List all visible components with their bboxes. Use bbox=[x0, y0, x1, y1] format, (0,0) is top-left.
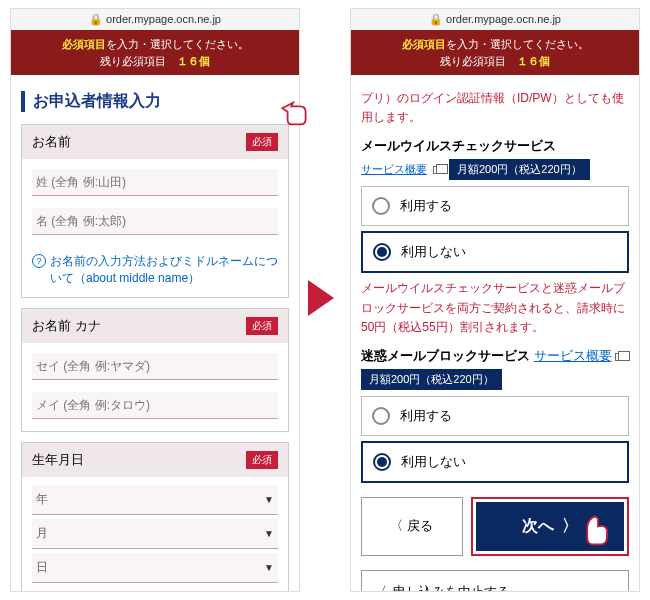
name-help-link[interactable]: ?お名前の入力方法およびミドルネームについて（about middle name… bbox=[22, 247, 288, 297]
chevron-down-icon: ▼ bbox=[264, 494, 274, 505]
radio-icon bbox=[372, 197, 390, 215]
pointer-hand-icon bbox=[275, 92, 311, 128]
required-badge: 必須 bbox=[246, 317, 278, 335]
external-icon bbox=[433, 166, 443, 174]
discount-note: メールウイルスチェックサービスと迷惑メールブロックサービスを両方ご契約されると、… bbox=[361, 279, 629, 337]
required-badge: 必須 bbox=[246, 451, 278, 469]
radio-icon bbox=[373, 453, 391, 471]
kana-group: お名前 カナ必須 bbox=[21, 308, 289, 432]
radio-icon bbox=[372, 407, 390, 425]
spam-service-title: 迷惑メールブロックサービス サービス概要 bbox=[361, 347, 629, 365]
lock-icon: 🔒 bbox=[89, 13, 103, 26]
spam-nouse-radio[interactable]: 利用しない bbox=[361, 441, 629, 483]
screen-left: 🔒order.mypage.ocn.ne.jp 必須項目を入力・選択してください… bbox=[10, 8, 300, 592]
url-bar: 🔒order.mypage.ocn.ne.jp bbox=[11, 9, 299, 30]
chevron-right-icon: 〉 bbox=[562, 516, 578, 537]
lastname-kana-input[interactable] bbox=[32, 353, 278, 380]
lock-icon: 🔒 bbox=[429, 13, 443, 26]
url-bar: 🔒order.mypage.ocn.ne.jp bbox=[351, 9, 639, 30]
day-select[interactable]: 日▼ bbox=[32, 553, 278, 583]
pointer-hand-icon bbox=[580, 512, 616, 548]
month-select[interactable]: 月▼ bbox=[32, 519, 278, 549]
radio-icon bbox=[373, 243, 391, 261]
required-banner: 必須項目を入力・選択してください。 残り必須項目 １６個 bbox=[351, 30, 639, 75]
top-note: プリ）のログイン認証情報（ID/PW）としても使用します。 bbox=[361, 89, 629, 127]
dob-group: 生年月日必須 年▼ 月▼ 日▼ bbox=[21, 442, 289, 592]
lastname-input[interactable] bbox=[32, 169, 278, 196]
name-label: お名前 bbox=[32, 133, 71, 151]
required-badge: 必須 bbox=[246, 133, 278, 151]
firstname-input[interactable] bbox=[32, 208, 278, 235]
page-title: お申込者情報入力 bbox=[21, 91, 289, 112]
chevron-left-icon: 〈 bbox=[374, 583, 387, 592]
external-icon bbox=[615, 353, 625, 361]
firstname-kana-input[interactable] bbox=[32, 392, 278, 419]
help-icon: ? bbox=[32, 254, 46, 268]
price-badge: 月額200円（税込220円） bbox=[449, 159, 590, 180]
dob-label: 生年月日 bbox=[32, 451, 84, 469]
spam-use-radio[interactable]: 利用する bbox=[361, 396, 629, 436]
spam-overview-link[interactable]: サービス概要 bbox=[534, 348, 612, 363]
kana-label: お名前 カナ bbox=[32, 317, 101, 335]
back-button[interactable]: 〈戻る bbox=[361, 497, 463, 556]
virus-service-title: メールウイルスチェックサービス bbox=[361, 137, 629, 155]
cancel-button[interactable]: 〈申し込みを中止する bbox=[361, 570, 629, 592]
virus-nouse-radio[interactable]: 利用しない bbox=[361, 231, 629, 273]
virus-use-radio[interactable]: 利用する bbox=[361, 186, 629, 226]
chevron-down-icon: ▼ bbox=[264, 562, 274, 573]
name-group: お名前必須 ?お名前の入力方法およびミドルネームについて（about middl… bbox=[21, 124, 289, 298]
chevron-left-icon: 〈 bbox=[390, 517, 403, 535]
chevron-down-icon: ▼ bbox=[264, 528, 274, 539]
year-select[interactable]: 年▼ bbox=[32, 485, 278, 515]
virus-overview-link[interactable]: サービス概要 bbox=[361, 162, 427, 177]
required-banner: 必須項目を入力・選択してください。 残り必須項目 １６個 bbox=[11, 30, 299, 75]
screen-right: 🔒order.mypage.ocn.ne.jp 必須項目を入力・選択してください… bbox=[350, 8, 640, 592]
arrow-right-icon bbox=[308, 280, 334, 316]
price-badge: 月額200円（税込220円） bbox=[361, 369, 502, 390]
